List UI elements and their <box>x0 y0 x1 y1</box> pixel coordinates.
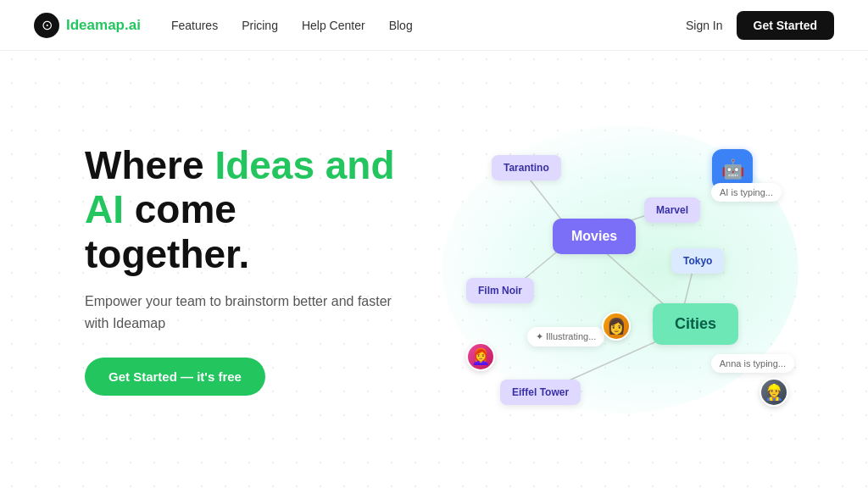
hero-subtext: Empower your team to brainstorm better a… <box>85 291 407 334</box>
hero-cta-button[interactable]: Get Started — it's free <box>85 358 265 396</box>
mindmap: 🤖 Movies Cities Tarantino Marvel Film No… <box>442 108 798 430</box>
hero-headline: Where Ideas and AI come together. <box>85 143 407 278</box>
node-tarantino[interactable]: Tarantino <box>492 155 561 180</box>
nav-get-started-button[interactable]: Get Started <box>737 11 834 40</box>
anna-typing-bubble: Anna is typing... <box>711 354 794 373</box>
logo-icon <box>34 13 59 38</box>
avatar-female: 👩 <box>602 312 631 341</box>
nav-actions: Sign In Get Started <box>686 11 834 40</box>
node-tokyo[interactable]: Tokyo <box>671 248 724 274</box>
anna-typing-text: Anna is typing... <box>720 358 786 369</box>
nav-link-help[interactable]: Help Center <box>302 19 365 32</box>
nav-links: Features Pricing Help Center Blog <box>171 19 686 32</box>
illustrating-bubble: ✦ Illustrating... <box>527 327 604 347</box>
hero-left: Where Ideas and AI come together. Empowe… <box>85 143 441 396</box>
nav-link-blog[interactable]: Blog <box>389 19 413 32</box>
logo-text: Ideamap.ai <box>66 17 141 34</box>
navbar: Ideamap.ai Features Pricing Help Center … <box>0 0 868 51</box>
illustrating-text: ✦ Illustrating... <box>536 331 596 342</box>
ai-typing-bubble: AI is typing... <box>711 183 782 202</box>
nav-link-features[interactable]: Features <box>171 19 218 32</box>
avatar-left: 👩‍🦰 <box>466 342 495 371</box>
signin-link[interactable]: Sign In <box>686 19 723 32</box>
logo[interactable]: Ideamap.ai <box>34 13 141 38</box>
node-movies[interactable]: Movies <box>553 219 636 254</box>
node-eiffel[interactable]: Eiffel Tower <box>500 380 581 405</box>
hero-right: 🤖 Movies Cities Tarantino Marvel Film No… <box>441 51 800 488</box>
nav-link-pricing[interactable]: Pricing <box>242 19 278 32</box>
logo-suffix: .ai <box>125 17 141 33</box>
node-marvel[interactable]: Marvel <box>644 197 700 223</box>
main-content: Where Ideas and AI come together. Empowe… <box>0 51 868 488</box>
ai-typing-text: AI is typing... <box>720 187 773 197</box>
logo-name: Ideamap <box>66 17 125 33</box>
headline-prefix: Where <box>85 143 214 187</box>
avatar-male: 👷 <box>760 378 788 407</box>
node-film-noir[interactable]: Film Noir <box>466 278 534 303</box>
node-cities[interactable]: Cities <box>653 303 738 345</box>
